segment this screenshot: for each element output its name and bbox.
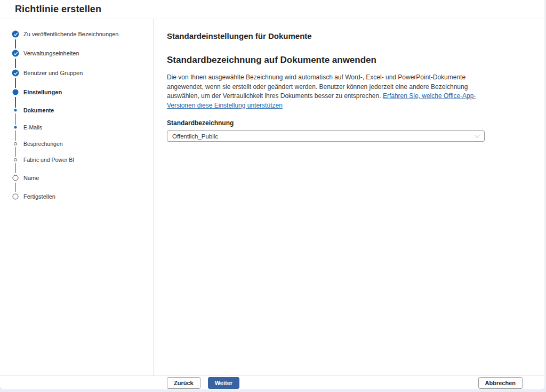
page-title: Standardeinstellungen für Dokumente [167, 31, 544, 40]
back-button[interactable]: Zurück [167, 377, 200, 389]
dialog-title: Richtlinie erstellen [15, 4, 101, 15]
section-title: Standardbezeichnung auf Dokumente anwend… [167, 55, 544, 66]
step-label: Verwaltungseinheiten [23, 50, 79, 56]
step-connector-line [15, 130, 16, 141]
step-label: Einstellungen [23, 89, 62, 95]
step-marker-icon [14, 142, 17, 145]
policy-wizard-dialog: Richtlinie erstellen Zu veröffentlichend… [0, 0, 545, 389]
footer-cancel-area: Abbrechen [478, 377, 523, 389]
step-marker-icon [13, 175, 19, 181]
step-marker-icon [14, 158, 17, 161]
wizard-stepper: Zu veröffentlichende BezeichnungenVerwal… [0, 19, 153, 375]
step-connector-line [15, 163, 16, 173]
step-completed-check-icon [12, 50, 19, 57]
dropdown-selected-value: Öffentlich_Public [172, 133, 218, 140]
wizard-steps-sidebar: Zu veröffentlichende BezeichnungenVerwal… [0, 19, 154, 375]
step-connector-line [15, 183, 16, 192]
step-label: Dokumente [23, 107, 54, 113]
step-connector-line [15, 78, 16, 88]
next-button[interactable]: Weiter [208, 377, 239, 389]
settings-content: Standardeinstellungen für Dokumente Stan… [154, 19, 544, 375]
dialog-header: Richtlinie erstellen [0, 0, 544, 19]
step-label: Fabric und Power BI [23, 157, 74, 163]
step-label: Zu veröffentlichende Bezeichnungen [23, 31, 118, 37]
step-label: Besprechungen [23, 141, 63, 147]
step-connector-line [15, 97, 16, 108]
step-label: Name [23, 175, 39, 181]
dialog-footer: Zurück Weiter Abbrechen [0, 375, 544, 389]
step-completed-check-icon [12, 70, 19, 77]
step-connector-line [15, 59, 16, 68]
step-connector-line [15, 113, 16, 125]
chevron-down-icon [475, 133, 480, 138]
dialog-body: Zu veröffentlichende BezeichnungenVerwal… [0, 19, 544, 375]
step-marker-icon [13, 89, 19, 95]
cancel-button[interactable]: Abbrechen [478, 377, 523, 389]
step-marker-icon [14, 126, 17, 129]
step-connector-line [15, 39, 16, 48]
step-marker-icon [14, 109, 17, 112]
footer-nav-buttons: Zurück Weiter [167, 377, 239, 389]
step-label: Benutzer und Gruppen [23, 70, 83, 76]
step-completed-check-icon [12, 31, 19, 38]
section-description: Die von Ihnen ausgewählte Bezeichnung wi… [167, 73, 485, 110]
default-label-dropdown[interactable]: Öffentlich_Public [167, 130, 485, 142]
step-label: Fertigstellen [23, 193, 55, 200]
step-label: E-Mails [23, 124, 42, 130]
step-marker-icon [13, 194, 19, 200]
default-label-field-label: Standardbezeichnung [167, 119, 544, 127]
step-connector-line [15, 147, 16, 157]
